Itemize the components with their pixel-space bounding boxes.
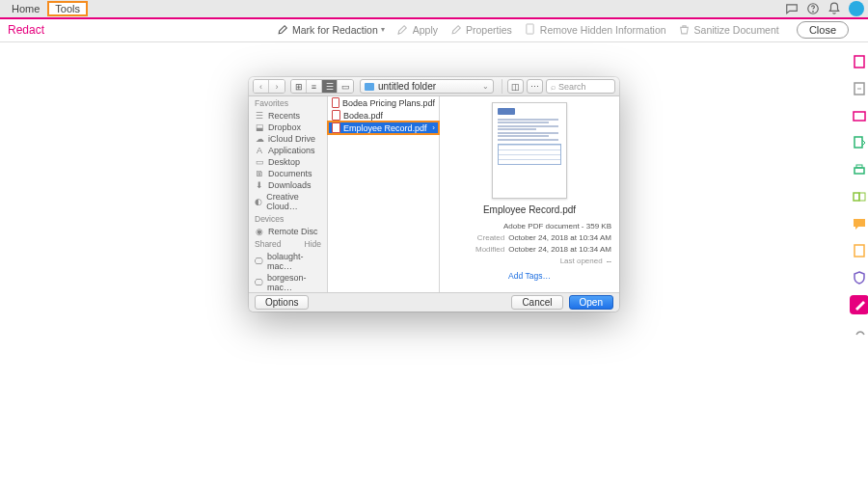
disc-icon: ◉ xyxy=(255,227,264,236)
sidebar-icloud[interactable]: ☁iCloud Drive xyxy=(249,133,327,145)
sidebar-item-label: Creative Cloud… xyxy=(266,192,321,211)
location-label: untitled folder xyxy=(378,81,436,92)
dropdown-caret-icon: ▾ xyxy=(381,25,385,34)
rail-print-icon[interactable] xyxy=(852,162,867,177)
nav-back-forward[interactable]: ‹ › xyxy=(253,79,285,94)
preview-kind: Adobe PDF document - 359 KB xyxy=(503,221,611,232)
svg-point-1 xyxy=(813,12,814,13)
file-row[interactable]: Bodea.pdf xyxy=(328,109,439,122)
properties-icon xyxy=(449,23,463,37)
remove-hidden-button[interactable]: Remove Hidden Information xyxy=(524,23,666,37)
rail-more-icon[interactable] xyxy=(852,324,867,339)
sidebar-item-label: Dropbox xyxy=(268,122,301,132)
search-input[interactable]: ⌕ Search xyxy=(546,79,615,94)
apply-button[interactable]: Apply xyxy=(396,23,438,37)
properties-button[interactable]: Properties xyxy=(449,23,512,37)
recents-icon: ☰ xyxy=(255,111,264,121)
sanitize-icon xyxy=(678,23,692,37)
dropbox-icon: ⬓ xyxy=(255,122,264,132)
apply-icon xyxy=(396,23,410,37)
sanitize-button[interactable]: Sanitize Document xyxy=(678,23,779,37)
cloud-icon: ☁ xyxy=(255,134,264,144)
mark-for-redaction-button[interactable]: Mark for Redaction▾ xyxy=(276,23,385,37)
rail-organize-icon[interactable] xyxy=(852,135,867,150)
created-label: Created xyxy=(477,232,504,244)
sidebar-recents[interactable]: ☰Recents xyxy=(249,110,327,122)
rail-export-icon[interactable] xyxy=(852,81,867,96)
add-tags-link[interactable]: Add Tags… xyxy=(508,271,551,281)
file-list-column: Bodea Pricing Plans.pdf Bodea.pdf Employ… xyxy=(328,96,440,292)
created-value: October 24, 2018 at 10:34 AM xyxy=(508,232,611,244)
file-name: Bodea.pdf xyxy=(343,111,383,121)
pdf-file-icon xyxy=(332,110,340,121)
rail-fill-sign-icon[interactable] xyxy=(852,243,867,258)
open-button[interactable]: Open xyxy=(569,295,613,310)
rail-comment-icon[interactable] xyxy=(852,216,867,231)
preview-column: Employee Record.pdf Adobe PDF document -… xyxy=(440,96,619,292)
sidebar-devices-header: Devices xyxy=(255,214,284,224)
right-tool-rail xyxy=(851,42,868,339)
view-icons[interactable]: ⊞ xyxy=(291,80,307,93)
sidebar-dropbox[interactable]: ⬓Dropbox xyxy=(249,122,327,133)
chevron-right-icon: › xyxy=(432,123,435,132)
action-button[interactable]: ⋯ xyxy=(527,79,543,94)
rail-pdf-icon[interactable] xyxy=(852,54,867,69)
remove-hidden-label: Remove Hidden Information xyxy=(540,24,666,36)
forward-button[interactable]: › xyxy=(269,80,285,93)
tab-home[interactable]: Home xyxy=(4,1,47,16)
mark-label: Mark for Redaction xyxy=(292,24,378,36)
svg-rect-11 xyxy=(854,245,864,257)
sidebar-item-label: Downloads xyxy=(268,180,312,190)
properties-label: Properties xyxy=(466,24,512,36)
sidebar-shared-header: Shared xyxy=(255,239,281,249)
creative-cloud-icon: ◐ xyxy=(255,197,262,206)
file-row-selected[interactable]: Employee Record.pdf› xyxy=(328,122,439,134)
view-columns[interactable]: ☰ xyxy=(322,80,338,93)
lastopened-label: Last opened xyxy=(560,256,603,267)
sidebar-applications[interactable]: AApplications xyxy=(249,145,327,156)
rail-redact-icon[interactable] xyxy=(852,297,867,312)
options-button[interactable]: Options xyxy=(255,295,309,310)
help-icon[interactable] xyxy=(806,2,820,15)
avatar[interactable] xyxy=(849,1,864,16)
rail-edit-icon[interactable] xyxy=(852,108,867,123)
sidebar-shared-host-1[interactable]: 🖵bolaught-mac… xyxy=(249,251,327,272)
sidebar-hide[interactable]: Hide xyxy=(305,239,321,249)
chat-icon[interactable] xyxy=(785,2,799,15)
svg-rect-6 xyxy=(854,137,862,148)
document-thumbnail xyxy=(492,102,567,199)
svg-rect-5 xyxy=(854,112,865,121)
sidebar-remote-disc[interactable]: ◉Remote Disc xyxy=(249,226,327,237)
sidebar-documents[interactable]: 🗎Documents xyxy=(249,168,327,179)
cancel-button[interactable]: Cancel xyxy=(511,295,562,310)
computer-icon: 🖵 xyxy=(255,257,263,266)
view-gallery[interactable]: ▭ xyxy=(338,80,353,93)
view-list[interactable]: ≡ xyxy=(307,80,322,93)
close-button[interactable]: Close xyxy=(797,21,849,39)
bell-icon[interactable] xyxy=(827,2,841,15)
sidebar-desktop[interactable]: ▭Desktop xyxy=(249,156,327,168)
back-button[interactable]: ‹ xyxy=(254,80,269,93)
mark-icon xyxy=(276,23,289,37)
tag-button[interactable]: ◫ xyxy=(507,79,524,94)
computer-icon: 🖵 xyxy=(255,278,263,287)
rail-combine-icon[interactable] xyxy=(852,189,867,204)
modified-label: Modified xyxy=(475,244,504,256)
search-placeholder: Search xyxy=(558,82,586,92)
sidebar-item-label: iCloud Drive xyxy=(268,134,315,144)
sidebar-item-label: Remote Disc xyxy=(268,227,318,236)
sidebar-downloads[interactable]: ⬇Downloads xyxy=(249,179,327,191)
documents-icon: 🗎 xyxy=(255,169,264,178)
sidebar-shared-host-2[interactable]: 🖵borgeson-mac… xyxy=(249,272,327,292)
sidebar-item-label: Applications xyxy=(268,146,315,155)
sidebar-creative-cloud[interactable]: ◐Creative Cloud… xyxy=(249,191,327,212)
file-row[interactable]: Bodea Pricing Plans.pdf xyxy=(328,96,439,109)
view-mode-segmented[interactable]: ⊞ ≡ ☰ ▭ xyxy=(290,79,354,94)
tab-tools[interactable]: Tools xyxy=(47,1,88,16)
redact-title: Redact xyxy=(8,23,44,37)
location-dropdown[interactable]: untitled folder ⌄ xyxy=(360,79,494,94)
applications-icon: A xyxy=(255,146,264,155)
lastopened-value: -- xyxy=(607,256,611,267)
dialog-toolbar: ‹ › ⊞ ≡ ☰ ▭ untitled folder ⌄ ◫ ⋯ ⌕ Sear… xyxy=(249,77,619,96)
rail-protect-icon[interactable] xyxy=(852,270,867,285)
